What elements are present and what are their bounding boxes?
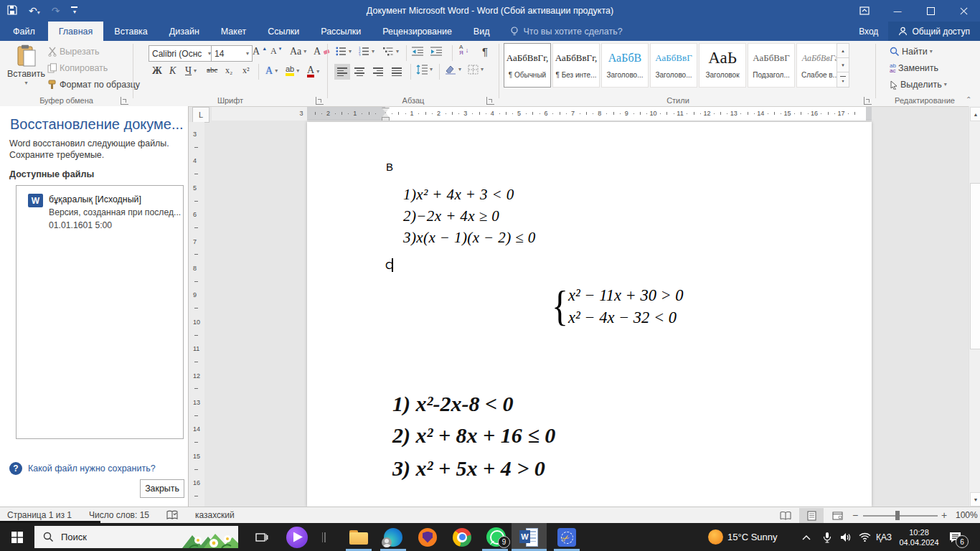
start-button[interactable] — [0, 523, 34, 551]
zoom-slider-thumb[interactable] — [895, 511, 900, 520]
taskbar-search-input[interactable]: Поиск — [34, 526, 238, 548]
line-spacing-button[interactable]: ▾ — [416, 65, 433, 75]
read-mode-icon[interactable] — [773, 508, 798, 523]
vertical-ruler[interactable]: 345678910111213141516 — [189, 122, 204, 507]
zoom-out-icon[interactable]: − — [852, 509, 858, 521]
weather-button[interactable] — [703, 523, 727, 551]
page-count[interactable]: Страница 1 из 1 — [7, 510, 72, 520]
styles-scroll-down-icon[interactable]: ▼ — [837, 58, 849, 72]
shrink-font-button[interactable]: А▾ — [270, 46, 281, 57]
collapse-ribbon-icon[interactable]: ⌃ — [966, 95, 971, 103]
web-layout-icon[interactable] — [825, 508, 849, 523]
underline-button[interactable]: Ч▾ — [185, 65, 197, 77]
justify-button[interactable] — [392, 66, 402, 77]
tab-layout[interactable]: Макет — [210, 22, 257, 41]
zoom-in-icon[interactable]: + — [941, 509, 947, 521]
copy-button[interactable]: Копировать — [47, 63, 108, 73]
zoom-slider[interactable] — [863, 515, 938, 517]
file-explorer-button[interactable] — [343, 523, 374, 551]
numbering-button[interactable]: 123▾ — [359, 47, 374, 56]
which-file-save-link[interactable]: Какой файл нужно сохранить? — [28, 463, 156, 474]
tab-review[interactable]: Рецензирование — [372, 22, 463, 41]
snipping-tool-button[interactable] — [551, 523, 583, 551]
save-icon[interactable] — [7, 5, 17, 17]
clipboard-dialog-launcher-icon[interactable] — [121, 97, 128, 105]
align-left-button[interactable] — [334, 64, 350, 80]
cut-button[interactable]: Вырезать — [47, 47, 100, 57]
language-switcher[interactable]: ҚАЗ — [872, 523, 895, 551]
wifi-icon[interactable] — [855, 523, 874, 551]
close-pane-button[interactable]: Закрыть — [140, 479, 184, 498]
scrollbar-thumb[interactable] — [970, 183, 980, 349]
bold-button[interactable]: Ж — [152, 65, 162, 77]
action-center-button[interactable]: 6 — [944, 523, 966, 551]
microphone-icon[interactable] — [818, 523, 837, 551]
zoom-level[interactable]: 100% — [956, 510, 978, 520]
highlight-color-button[interactable]: ab▾ — [286, 65, 299, 76]
multilevel-list-button[interactable]: ▾ — [383, 47, 399, 56]
superscript-button[interactable]: x² — [242, 65, 250, 76]
word-count[interactable]: Число слов: 15 — [89, 510, 149, 520]
close-icon[interactable] — [947, 0, 980, 22]
word-taskbar-button[interactable]: W — [512, 523, 547, 551]
style-subtitle[interactable]: АаБбВвГПодзагол... — [748, 43, 795, 88]
align-right-button[interactable] — [373, 66, 383, 77]
language-indicator[interactable]: казахский — [195, 510, 235, 520]
decrease-indent-icon[interactable] — [412, 47, 423, 56]
share-button[interactable]: Общий доступ — [888, 22, 980, 41]
style-heading1[interactable]: АаБбВЗаголово... — [601, 43, 649, 88]
align-center-button[interactable] — [354, 66, 364, 77]
proofing-icon[interactable] — [166, 510, 178, 520]
task-view-button[interactable] — [247, 523, 277, 551]
redo-icon[interactable]: ↷ — [52, 6, 60, 16]
secure-browser-button[interactable] — [412, 523, 443, 551]
subscript-button[interactable]: x₂ — [225, 65, 232, 76]
shading-button[interactable]: ▾ — [445, 65, 461, 75]
undo-button[interactable]: ↶▾ — [29, 6, 40, 16]
restore-icon[interactable] — [914, 0, 947, 22]
format-painter-button[interactable]: Формат по образцу — [47, 80, 140, 90]
tell-me-box[interactable]: Что вы хотите сделать? — [500, 22, 622, 41]
text-effects-button[interactable]: А▾ — [265, 65, 278, 77]
tab-home[interactable]: Главная — [48, 22, 104, 41]
styles-scroll-up-icon[interactable]: ▲ — [837, 43, 849, 58]
paste-button[interactable]: Вставить▾ — [7, 44, 45, 86]
grow-font-button[interactable]: А▲ — [253, 46, 267, 57]
tab-design[interactable]: Дизайн — [159, 22, 210, 41]
recovered-file-item[interactable]: бұқаралық [Исходный] — [49, 194, 141, 204]
whatsapp-button[interactable]: 9 — [479, 523, 512, 551]
alice-assistant-button[interactable] — [281, 523, 313, 551]
edge-button[interactable] — [377, 523, 409, 551]
tab-view[interactable]: Вид — [463, 22, 501, 41]
replace-button[interactable]: abac Заменить — [890, 63, 938, 73]
sort-button[interactable]: АЯ↓ — [459, 44, 468, 56]
paragraph-dialog-launcher-icon[interactable] — [486, 97, 494, 105]
clock[interactable]: 10:2804.04.2024 — [895, 523, 943, 551]
style-heading2[interactable]: АаБбВвГЗаголово... — [650, 43, 697, 88]
increase-indent-icon[interactable] — [430, 47, 442, 56]
italic-button[interactable]: К — [169, 65, 176, 77]
font-dialog-launcher-icon[interactable] — [316, 97, 324, 105]
styles-dialog-launcher-icon[interactable] — [864, 97, 872, 105]
volume-icon[interactable] — [837, 523, 855, 551]
weather-label[interactable]: 15°C Sunny — [727, 523, 792, 551]
tab-stop-selector[interactable]: L — [192, 107, 209, 123]
strikethrough-button[interactable]: abc — [207, 65, 217, 74]
tab-file[interactable]: Файл — [0, 22, 48, 41]
font-color-button[interactable]: А▾ — [307, 65, 319, 77]
tab-mailings[interactable]: Рассылки — [310, 22, 372, 41]
style-title[interactable]: АаЬЗаголовок — [699, 43, 746, 88]
style-normal[interactable]: АаБбВвГг,¶ Обычный — [504, 43, 551, 88]
tab-insert[interactable]: Вставка — [103, 22, 158, 41]
customize-qat-icon[interactable]: ▾ — [71, 6, 77, 14]
select-button[interactable]: Выделить▾ — [890, 80, 947, 90]
change-case-button[interactable]: Aa▾ — [290, 46, 306, 57]
scroll-up-icon[interactable]: ▲ — [970, 107, 980, 121]
tab-references[interactable]: Ссылки — [257, 22, 310, 41]
sign-in-button[interactable]: Вход — [849, 27, 888, 37]
font-family-select[interactable]: Calibri (Оснс▾ — [149, 45, 215, 62]
vertical-scrollbar[interactable]: ▲ ▼ — [969, 106, 980, 507]
find-button[interactable]: Найти▾ — [890, 47, 933, 57]
borders-button[interactable]: ▾ — [468, 65, 484, 75]
style-no-spacing[interactable]: АаБбВвГг,¶ Без инте... — [552, 43, 600, 88]
